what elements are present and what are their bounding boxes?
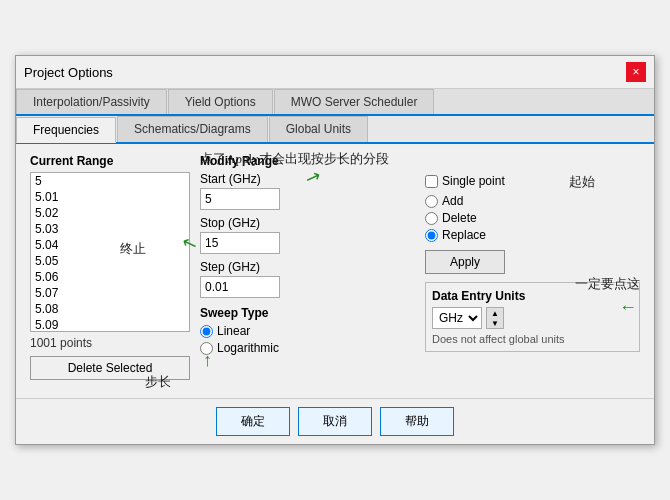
list-item[interactable]: 5.07 <box>31 285 189 301</box>
does-not-affect-note: Does not affect global units <box>432 333 633 345</box>
delete-selected-button[interactable]: Delete Selected <box>30 356 190 380</box>
tab-frequencies[interactable]: Frequencies <box>16 117 116 143</box>
tab-row-1: Interpolation/Passivity Yield Options MW… <box>16 89 654 116</box>
logarithmic-option[interactable]: Logarithmic <box>200 341 415 355</box>
delete-option[interactable]: Delete <box>425 211 640 225</box>
project-options-dialog: Project Options × Interpolation/Passivit… <box>15 55 655 445</box>
replace-option[interactable]: Replace <box>425 228 640 242</box>
points-label: 1001 points <box>30 336 190 350</box>
modify-range-label: Modify Range <box>200 154 415 168</box>
delete-label: Delete <box>442 211 477 225</box>
single-point-label: Single point <box>442 174 505 188</box>
cancel-button[interactable]: 取消 <box>298 407 372 436</box>
stop-label: Stop (GHz) <box>200 216 415 230</box>
list-item[interactable]: 5 <box>31 173 189 189</box>
current-range-listbox[interactable]: 5 5.01 5.02 5.03 5.04 5.05 5.06 5.07 5.0… <box>30 172 190 332</box>
linear-radio[interactable] <box>200 325 213 338</box>
delete-radio[interactable] <box>425 212 438 225</box>
list-item[interactable]: 5.06 <box>31 269 189 285</box>
left-panel: Current Range 5 5.01 5.02 5.03 5.04 5.05… <box>30 154 190 380</box>
list-item[interactable]: 5.03 <box>31 221 189 237</box>
linear-option[interactable]: Linear <box>200 324 415 338</box>
replace-label: Replace <box>442 228 486 242</box>
list-item[interactable]: 5.08 <box>31 301 189 317</box>
list-item[interactable]: 5.04 <box>31 237 189 253</box>
data-entry-label: Data Entry Units <box>432 289 633 303</box>
add-label: Add <box>442 194 463 208</box>
tab-interpolation-passivity[interactable]: Interpolation/Passivity <box>16 89 167 114</box>
replace-radio[interactable] <box>425 229 438 242</box>
main-columns: Current Range 5 5.01 5.02 5.03 5.04 5.05… <box>30 154 640 380</box>
stop-field-group: Stop (GHz) <box>200 216 415 254</box>
close-button[interactable]: × <box>626 62 646 82</box>
single-point-checkbox[interactable] <box>425 175 438 188</box>
tab-yield-options[interactable]: Yield Options <box>168 89 273 114</box>
action-radio-group: Add Delete Replace <box>425 194 640 242</box>
data-entry-row: GHz MHz kHz Hz ▲ ▼ <box>432 307 633 329</box>
list-item[interactable]: 5.02 <box>31 205 189 221</box>
sweep-type-section: Sweep Type Linear Logarithmic <box>200 306 415 355</box>
content-area: Current Range 5 5.01 5.02 5.03 5.04 5.05… <box>16 144 654 390</box>
apply-button[interactable]: Apply <box>425 250 505 274</box>
add-radio[interactable] <box>425 195 438 208</box>
add-option[interactable]: Add <box>425 194 640 208</box>
dialog-title: Project Options <box>24 65 113 80</box>
spinner-buttons: ▲ ▼ <box>486 307 504 329</box>
unit-select[interactable]: GHz MHz kHz Hz <box>432 307 482 329</box>
single-point-option[interactable]: Single point <box>425 174 640 188</box>
list-item[interactable]: 5.09 <box>31 317 189 332</box>
list-item[interactable]: 5.01 <box>31 189 189 205</box>
sweep-type-label: Sweep Type <box>200 306 415 320</box>
stop-input[interactable] <box>200 232 280 254</box>
modify-range-section: Modify Range Start (GHz) Stop (GHz) Step… <box>200 154 415 380</box>
options-section: Single point Add Delete <box>425 154 640 380</box>
tab-row-2: Frequencies Schematics/Diagrams Global U… <box>16 116 654 144</box>
step-input[interactable] <box>200 276 280 298</box>
bottom-buttons: 确定 取消 帮助 <box>16 398 654 444</box>
spin-up-button[interactable]: ▲ <box>487 308 503 318</box>
data-entry-section: Data Entry Units GHz MHz kHz Hz ▲ <box>425 282 640 352</box>
right-panel: Modify Range Start (GHz) Stop (GHz) Step… <box>200 154 640 380</box>
step-label: Step (GHz) <box>200 260 415 274</box>
spin-down-button[interactable]: ▼ <box>487 318 503 328</box>
step-field-group: Step (GHz) <box>200 260 415 298</box>
help-button[interactable]: 帮助 <box>380 407 454 436</box>
tab-schematics[interactable]: Schematics/Diagrams <box>117 116 268 142</box>
tab-mwo-server[interactable]: MWO Server Scheduler <box>274 89 435 114</box>
logarithmic-radio[interactable] <box>200 342 213 355</box>
start-field-group: Start (GHz) <box>200 172 415 210</box>
tab-global-units[interactable]: Global Units <box>269 116 368 142</box>
start-input[interactable] <box>200 188 280 210</box>
ok-button[interactable]: 确定 <box>216 407 290 436</box>
linear-label: Linear <box>217 324 250 338</box>
title-bar: Project Options × <box>16 56 654 89</box>
sweep-type-radio-group: Linear Logarithmic <box>200 324 415 355</box>
start-label: Start (GHz) <box>200 172 415 186</box>
list-item[interactable]: 5.05 <box>31 253 189 269</box>
logarithmic-label: Logarithmic <box>217 341 279 355</box>
current-range-label: Current Range <box>30 154 190 168</box>
